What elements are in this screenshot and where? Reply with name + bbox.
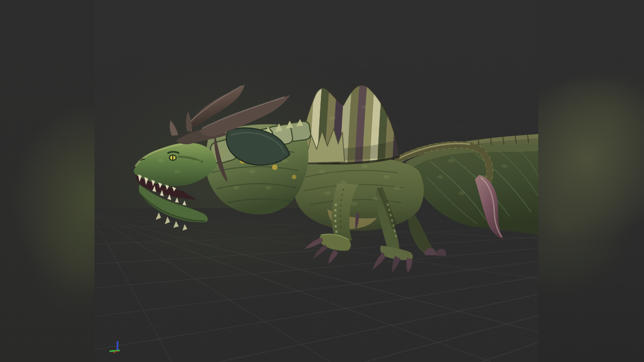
scene-canvas	[0, 0, 644, 362]
hind-claw-2	[436, 249, 447, 256]
eye-pupil	[172, 156, 173, 160]
model-viewer-window	[0, 0, 644, 362]
x-axis	[109, 351, 120, 352]
